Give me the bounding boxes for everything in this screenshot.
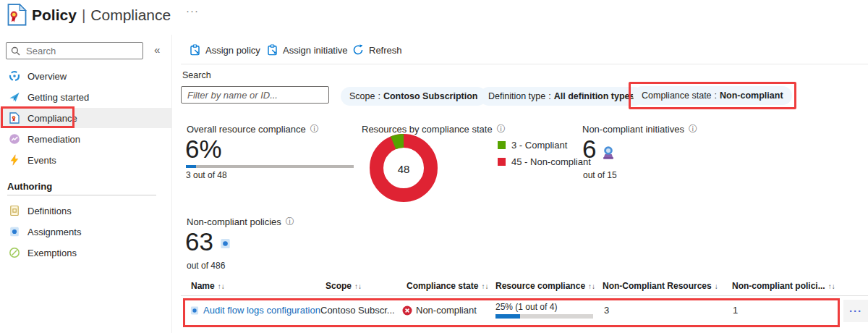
overall-compliance-subtext: 3 out of 48 [186, 170, 227, 180]
assign-initiative-icon [267, 44, 278, 56]
filter-pill-compliance-state[interactable]: Compliance state:Non-compliant [633, 86, 792, 105]
sidebar-item-events[interactable]: Events [0, 150, 171, 170]
overall-compliance-bar-track [186, 165, 354, 168]
column-header-resource-compliance[interactable]: Resource compliance↑↓ [495, 281, 595, 291]
legend-label: 45 - Non-compliant [511, 156, 591, 167]
column-header-noncompliant-policies[interactable]: Non-compliant polici...↑↓ [732, 281, 835, 291]
noncompliant-policies-subtext: out of 486 [187, 261, 225, 271]
page-title-primary: Policy [32, 7, 77, 23]
sidebar-item-label: Definitions [27, 206, 72, 216]
row-compliance-bar-track [495, 314, 593, 319]
sort-icon: ↑↓ [218, 282, 225, 290]
assignments-icon [9, 226, 20, 237]
table-header-divider [181, 295, 868, 296]
policy-page-icon [7, 4, 27, 26]
sort-icon: ↑↓ [481, 282, 488, 290]
legend-label: 3 - Compliant [511, 140, 567, 151]
remediation-icon [9, 133, 20, 145]
overall-compliance-value: 6% [185, 136, 222, 161]
refresh-icon [352, 44, 364, 56]
row-resource-compliance: 25% (1 out of 4) [495, 302, 557, 312]
toolbar-divider [181, 64, 868, 64]
filter-search-input[interactable] [181, 86, 329, 104]
column-header-scope[interactable]: Scope↑↓ [326, 281, 362, 291]
sidebar-item-remediation[interactable]: Remediation [0, 129, 171, 149]
column-label: Scope [326, 281, 352, 291]
row-noncompliant-policies: 1 [733, 305, 738, 316]
pill-value: All definition types [554, 91, 635, 101]
page-title: Policy|Compliance [32, 7, 171, 24]
noncompliant-initiatives-subtext: out of 15 [583, 170, 617, 180]
sort-icon: ↓ [715, 282, 718, 290]
sidebar-collapse-button[interactable]: « [154, 43, 160, 56]
search-icon [11, 46, 20, 56]
donut-center-value: 48 [365, 163, 442, 175]
noncompliant-policies-value: 63 [185, 229, 213, 254]
info-icon[interactable]: ⓘ [497, 123, 506, 135]
pill-value: Non-compliant [720, 90, 783, 101]
column-header-noncompliant-resources[interactable]: Non-Compliant Resources↓ [603, 281, 718, 291]
row-noncompliant-resources: 3 [604, 305, 609, 316]
title-more-button[interactable]: ··· [186, 4, 199, 17]
assign-policy-button[interactable]: Assign policy [190, 44, 260, 56]
pill-label: Compliance state [642, 90, 712, 101]
page-title-separator: | [82, 7, 85, 23]
compliance-icon [9, 112, 20, 124]
filter-pill-scope[interactable]: Scope:Contoso Subscription [341, 87, 487, 106]
sort-icon: ↑↓ [588, 282, 595, 290]
column-header-compliance-state[interactable]: Compliance state↑↓ [407, 281, 488, 291]
assignments-icon [219, 237, 231, 250]
toolbar-button-label: Refresh [369, 45, 402, 56]
pill-separator: : [715, 90, 717, 101]
stat-title-text: Overall resource compliance [187, 124, 306, 135]
legend-swatch-compliant [498, 141, 506, 149]
noncompliant-state-icon [402, 305, 412, 316]
stat-title-text: Non-compliant policies [187, 216, 281, 227]
column-label: Compliance state [407, 281, 478, 291]
sidebar-item-getting-started[interactable]: Getting started [0, 87, 171, 107]
pill-label: Scope [349, 91, 375, 101]
row-name-link[interactable]: Audit flow logs configuration [203, 305, 320, 316]
getting-started-icon [9, 91, 20, 103]
sidebar-search-box[interactable] [6, 42, 143, 59]
sidebar-item-assignments[interactable]: Assignments [0, 222, 171, 242]
annotation-box-compliance-state-pill: Compliance state:Non-compliant [629, 82, 796, 109]
legend-item-compliant: 3 - Compliant [498, 140, 567, 151]
column-label: Name [191, 281, 215, 291]
sidebar-divider [171, 35, 172, 333]
noncompliant-initiatives-value: 6 [582, 136, 596, 161]
legend-item-noncompliant: 45 - Non-compliant [498, 156, 591, 167]
toolbar-button-label: Assign policy [205, 45, 260, 56]
sidebar-item-definitions[interactable]: Definitions [0, 201, 171, 221]
page-title-secondary: Compliance [90, 7, 171, 23]
sort-icon: ↑↓ [354, 282, 362, 290]
sidebar-item-exemptions[interactable]: Exemptions [0, 243, 171, 263]
noncompliant-policies-title: Non-compliant policies ⓘ [187, 216, 294, 228]
filter-search-label: Search [182, 70, 211, 80]
sidebar-item-overview[interactable]: Overview [0, 66, 171, 86]
sidebar-item-label: Overview [27, 71, 67, 82]
sidebar-section-divider [7, 195, 156, 195]
sidebar-item-label: Remediation [27, 134, 80, 145]
column-label: Non-Compliant Resources [603, 281, 712, 291]
info-icon[interactable]: ⓘ [689, 123, 697, 135]
filter-pill-definition-type[interactable]: Definition type:All definition types [480, 87, 644, 106]
column-header-name[interactable]: Name↑↓ [191, 281, 225, 291]
azure-policy-compliance-page: Policy|Compliance ··· « Overview Getting… [0, 0, 868, 333]
sidebar-search-input[interactable] [25, 45, 138, 57]
pill-value: Contoso Subscription [383, 91, 478, 101]
stat-title-text: Non-compliant initiatives [582, 124, 684, 135]
initiative-icon [600, 144, 616, 160]
column-label: Resource compliance [495, 281, 585, 291]
sidebar-item-compliance[interactable]: Compliance [0, 108, 171, 128]
row-more-button[interactable]: ··· [843, 300, 868, 322]
refresh-button[interactable]: Refresh [352, 44, 402, 56]
events-icon [9, 154, 20, 166]
sidebar-item-label: Exemptions [27, 248, 77, 258]
assign-initiative-button[interactable]: Assign initiative [267, 44, 348, 56]
assign-policy-icon [190, 44, 200, 56]
info-icon[interactable]: ⓘ [310, 123, 319, 135]
assignment-row-icon [190, 305, 200, 316]
info-icon[interactable]: ⓘ [286, 216, 294, 228]
row-compliance-bar-fill [495, 314, 520, 319]
